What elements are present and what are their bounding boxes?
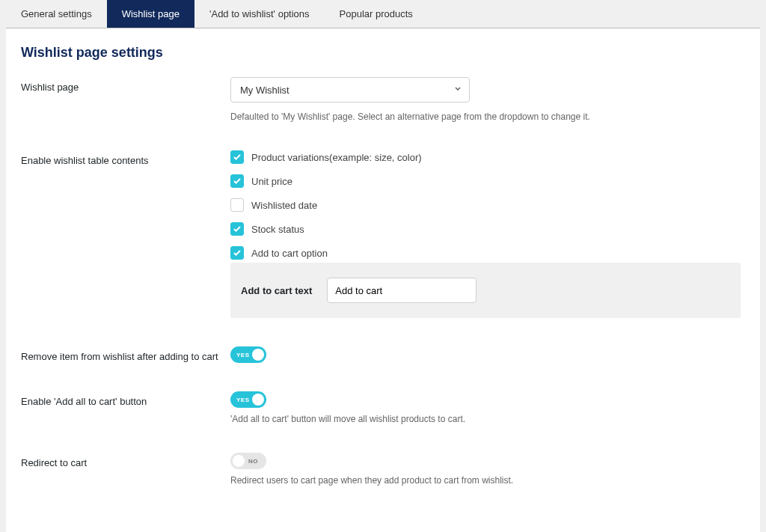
toggle-knob (252, 349, 264, 361)
tab-wishlist-page[interactable]: Wishlist page (107, 0, 194, 28)
toggle-text: YES (230, 397, 250, 403)
add-all-toggle[interactable]: YES (230, 391, 266, 408)
toggle-text: YES (230, 352, 250, 358)
checkbox-add-to-cart-option[interactable] (230, 246, 244, 260)
checkbox-unit-price[interactable] (230, 174, 244, 188)
checkbox-stock-status[interactable] (230, 222, 244, 236)
add-all-label: Enable 'Add all to cart' button (21, 391, 230, 407)
checkbox-label: Wishlisted date (251, 200, 317, 211)
panel-title: Wishlist page settings (6, 45, 760, 74)
add-all-desc: 'Add all to cart' button will move all w… (230, 414, 745, 424)
checkbox-product-variations[interactable] (230, 150, 244, 164)
settings-tabs: General settings Wishlist page 'Add to w… (6, 0, 760, 28)
table-contents-label: Enable wishlist table contents (21, 150, 230, 166)
checkbox-label: Product variations(example: size, color) (251, 152, 422, 163)
wishlist-page-select[interactable] (230, 77, 470, 103)
wishlist-page-label: Wishlist page (21, 77, 230, 93)
add-to-cart-text-panel: Add to cart text (230, 263, 741, 318)
add-to-cart-text-input[interactable] (327, 278, 477, 303)
redirect-label: Redirect to cart (21, 453, 230, 468)
add-to-cart-text-label: Add to cart text (241, 285, 312, 296)
table-contents-list: Product variations(example: size, color)… (230, 150, 745, 260)
checkbox-label: Stock status (251, 224, 304, 235)
toggle-knob (252, 394, 264, 406)
tab-add-to-wishlist-options[interactable]: 'Add to wishlist' options (194, 0, 325, 28)
remove-after-add-label: Remove item from wishlist after adding t… (21, 346, 230, 362)
checkbox-wishlisted-date[interactable] (230, 198, 244, 212)
remove-after-add-toggle[interactable]: YES (230, 346, 266, 363)
checkbox-label: Unit price (251, 176, 292, 187)
tab-popular-products[interactable]: Popular products (325, 0, 428, 28)
checkbox-label: Add to cart option (251, 248, 328, 259)
redirect-desc: Redirect users to cart page when they ad… (230, 475, 745, 486)
wishlist-page-settings-panel: Wishlist page settings Wishlist page Def… (6, 28, 760, 532)
tab-general-settings[interactable]: General settings (6, 0, 107, 28)
redirect-toggle[interactable]: NO (230, 453, 266, 469)
wishlist-page-desc: Defaulted to 'My Wishlist' page. Select … (230, 111, 745, 122)
toggle-knob (233, 455, 245, 467)
